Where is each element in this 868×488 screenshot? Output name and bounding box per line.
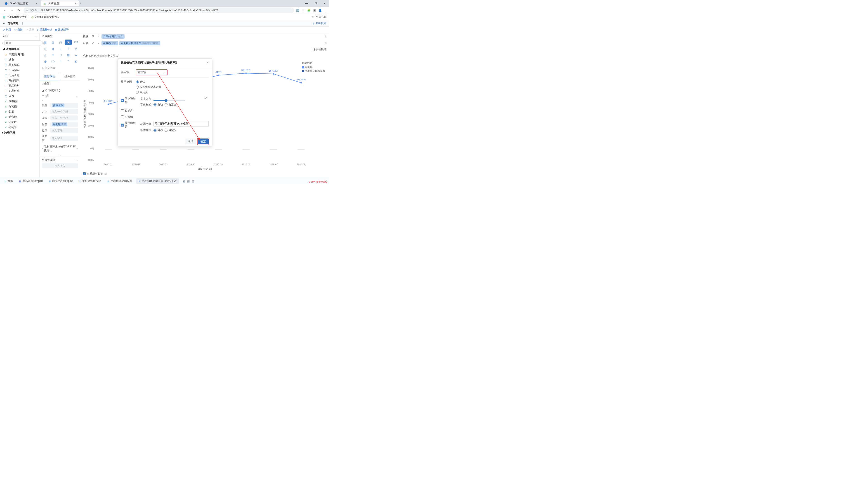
x-action-icon[interactable]: ⎘ bbox=[325, 35, 327, 38]
field-table-header[interactable]: ◢ 销售明细表 bbox=[0, 46, 39, 52]
range-custom-radio[interactable]: 自定义 bbox=[136, 90, 161, 94]
chart-type-hex-icon[interactable]: ⬡ bbox=[57, 52, 64, 58]
field-count[interactable]: #记录数 bbox=[0, 120, 39, 125]
back-to-list-icon[interactable]: ⇤ bbox=[3, 22, 5, 25]
y-pill-profit[interactable]: 毛利额求和 bbox=[101, 41, 118, 45]
label-pill[interactable]: 毛利额求和 bbox=[52, 123, 67, 126]
field-product-code[interactable]: T商品编码 bbox=[0, 78, 39, 83]
line-slot[interactable]: 拖入一个字段 bbox=[51, 116, 78, 121]
tool-dashboard-icon[interactable]: ▦ bbox=[187, 180, 190, 183]
field-group-all[interactable]: 全部 ⌄ bbox=[0, 33, 39, 39]
tip-slot[interactable]: 拖入字段 bbox=[51, 128, 78, 133]
tool-component-icon[interactable]: ▣ bbox=[182, 180, 185, 183]
show-axis-label-checkbox[interactable]: 显示轴标签 bbox=[121, 96, 138, 104]
chart-type-area-icon[interactable]: ◬ bbox=[42, 52, 49, 58]
more-icon[interactable]: ⋮ bbox=[21, 22, 24, 25]
drag-handle-icon[interactable]: ⋯ bbox=[39, 154, 80, 156]
chart-type-radar-icon[interactable]: ✶ bbox=[50, 52, 56, 58]
x-pill[interactable]: 日期(年月日)年月 bbox=[101, 34, 125, 39]
y-axis-icon[interactable]: ⤢ bbox=[92, 41, 94, 45]
field-qty[interactable]: #数量 bbox=[0, 109, 39, 114]
chart-type-column-icon[interactable]: ▯ bbox=[57, 46, 64, 51]
y-action-icon[interactable]: ⎘ bbox=[325, 41, 327, 45]
tab-graphic-attr[interactable]: 图形属性 bbox=[39, 73, 60, 80]
btab-data[interactable]: ☰数据 bbox=[2, 178, 15, 184]
section-profit[interactable]: ◢ 毛利额(求和) bbox=[42, 88, 78, 92]
field-profit[interactable]: #毛利额 bbox=[0, 104, 39, 109]
close-icon[interactable]: ✕ bbox=[206, 61, 209, 64]
chart-type-multi-icon[interactable]: ⦀ bbox=[65, 46, 72, 51]
field-store-code[interactable]: T门店编码 bbox=[0, 68, 39, 73]
label-slot[interactable]: 毛利额求和 bbox=[51, 122, 78, 127]
all-bookmarks[interactable]: 🗀 所有书签 bbox=[312, 15, 327, 19]
btab-1[interactable]: ⫼商品销售额top10 bbox=[17, 178, 44, 184]
x-filter-icon[interactable]: ▿ bbox=[98, 35, 99, 38]
search-input[interactable] bbox=[4, 40, 41, 45]
extensions-icon[interactable]: 🧩 bbox=[307, 9, 311, 12]
font2-auto-radio[interactable]: 自动 bbox=[153, 128, 163, 132]
close-window-icon[interactable]: ✕ bbox=[320, 0, 329, 7]
address-bar[interactable]: ⚠ 不安全 | 192.168.171.80:8080/finebi/decis… bbox=[24, 7, 294, 13]
log-checkbox[interactable]: 对数轴 bbox=[121, 115, 133, 119]
show-title-checkbox[interactable]: 显示轴标题 bbox=[121, 121, 138, 129]
btab-2[interactable]: ⫼商品毛利额top10 bbox=[47, 178, 74, 184]
chart-type-gauge-icon[interactable]: ◐ bbox=[72, 59, 79, 64]
chart-type-pie-icon[interactable]: ◕ bbox=[42, 59, 49, 64]
tool-layout-icon[interactable]: ▥ bbox=[192, 180, 194, 183]
undo-button[interactable]: ↶撤销 bbox=[14, 28, 23, 32]
chart-shape-line[interactable]: 〰 线⌄ bbox=[42, 94, 78, 97]
reload-button[interactable]: ⟳ bbox=[16, 8, 22, 12]
ok-button[interactable]: 确定 bbox=[198, 138, 209, 144]
field-sales[interactable]: #销售额 bbox=[0, 114, 39, 120]
field-bill-code[interactable]: T单据编码 bbox=[0, 62, 39, 68]
drag-handle-icon[interactable]: ⋯ bbox=[39, 71, 80, 73]
export-excel-button[interactable]: ⎘导出Excel bbox=[37, 28, 52, 32]
legend-item[interactable]: 毛利额环比增长率 bbox=[305, 69, 325, 73]
bookmark-item[interactable]: ◎ Java互联网架构课... bbox=[31, 15, 59, 19]
field-store-name[interactable]: T门店名称 bbox=[0, 73, 39, 78]
chart-type-line-icon[interactable]: ⋀ bbox=[72, 46, 79, 51]
btab-4[interactable]: ⫼毛利额环比增长率 bbox=[105, 178, 134, 184]
filter-drop[interactable]: 拖入字段 bbox=[42, 163, 78, 168]
x-axis-icon[interactable]: ⇅ bbox=[92, 35, 94, 38]
close-icon[interactable]: × bbox=[36, 2, 37, 5]
bookmark-item[interactable]: ▤ 电商618数据大屏 bbox=[3, 15, 28, 19]
maximize-icon[interactable]: ☐ bbox=[311, 0, 320, 7]
manual-preview-checkbox[interactable] bbox=[312, 48, 315, 51]
menu-icon[interactable]: ⋮ bbox=[324, 9, 327, 12]
field-date[interactable]: ◷日期(年月日) bbox=[0, 52, 39, 57]
chart-type-cross-icon[interactable]: ▥ bbox=[50, 39, 56, 45]
chart-type-word-icon[interactable]: ☁ bbox=[72, 52, 79, 58]
translate-icon[interactable]: 🈁 bbox=[296, 9, 299, 12]
chart-type-table-icon[interactable]: ▦ bbox=[42, 39, 49, 45]
side-panel-icon[interactable]: ▣ bbox=[313, 9, 316, 12]
font-auto-radio[interactable]: 自动 bbox=[153, 103, 163, 107]
share-axis-select[interactable]: 右值轴 ⌄ bbox=[136, 69, 167, 75]
tab-component-style[interactable]: 组件样式 bbox=[60, 73, 80, 80]
chart-type-bubble-icon[interactable]: ⠛ bbox=[65, 59, 72, 64]
field-product-category[interactable]: T商品类别 bbox=[0, 83, 39, 88]
chart-type-stacked-icon[interactable]: ▮ bbox=[50, 46, 56, 51]
new-tab-button[interactable]: + bbox=[80, 2, 81, 5]
chart-type-number-icon[interactable]: 123 bbox=[72, 39, 79, 45]
grain-slot[interactable]: 拖入字段 bbox=[51, 136, 78, 141]
field-product-name[interactable]: T商品名称 bbox=[0, 88, 39, 94]
range-default-radio[interactable]: 默认 bbox=[136, 80, 161, 84]
bookmark-star-icon[interactable]: ☆ bbox=[302, 9, 305, 12]
btab-3[interactable]: ⫼类别销售额占比 bbox=[76, 178, 103, 184]
title-name-input[interactable] bbox=[153, 121, 209, 127]
chart-type-kpi-icon[interactable]: ▣ bbox=[65, 39, 72, 45]
drag-handle-icon[interactable]: ⫶ bbox=[42, 98, 43, 101]
profile-icon[interactable]: 👤 bbox=[318, 9, 322, 12]
y-filter-icon[interactable]: ▿ bbox=[98, 41, 99, 45]
chart-type-heat-icon[interactable]: ▩ bbox=[65, 52, 72, 58]
tab-finebi[interactable]: 🔵 FineBI商业智能 × bbox=[2, 0, 40, 6]
tab-analysis[interactable]: 📊 分析主题 × bbox=[41, 0, 79, 6]
y-pill-growth[interactable]: 毛利额环比增长率求和-环比增长率 bbox=[119, 41, 160, 45]
color-pill[interactable]: 指标名称 bbox=[52, 103, 64, 107]
back-button[interactable]: ← bbox=[2, 8, 7, 12]
close-icon[interactable]: × bbox=[75, 2, 76, 5]
field-cost[interactable]: #成本额 bbox=[0, 99, 39, 104]
forward-button[interactable]: → bbox=[9, 8, 14, 12]
refresh-button[interactable]: ⟳刷新 bbox=[3, 28, 11, 32]
